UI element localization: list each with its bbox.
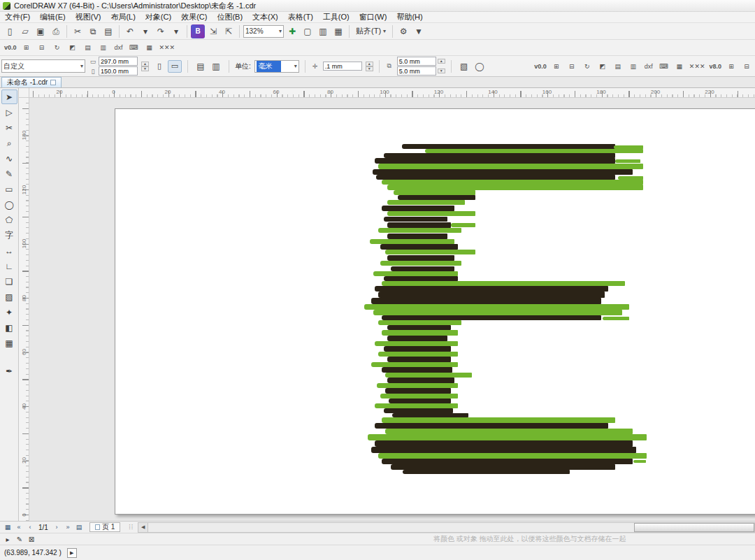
menu-tools[interactable]: 工具(O) [318, 11, 354, 23]
duplicate-y-field[interactable]: 5.0 mm [397, 66, 436, 76]
smart-fill-tool[interactable]: ▦ [1, 336, 17, 350]
artwork-stripe[interactable] [394, 190, 475, 195]
polygon-tool[interactable]: ⬠ [1, 213, 17, 227]
swatch-grid-icon[interactable]: ▥ [96, 41, 110, 55]
artwork-stripe[interactable] [387, 234, 447, 239]
artwork-stripe[interactable] [385, 388, 451, 394]
pb-xxx-icon[interactable]: ✕✕✕ [688, 59, 707, 73]
pb-dxf-icon[interactable]: dxf [642, 59, 656, 73]
zoom-level-combo[interactable]: 132% ▾ [243, 25, 284, 38]
artwork-stripe[interactable] [384, 276, 458, 281]
artwork-stripe[interactable] [402, 144, 615, 149]
artwork-stripe[interactable] [391, 464, 615, 470]
first-page-button[interactable]: « [14, 523, 24, 532]
pb-rgb-icon[interactable]: ▤ [611, 59, 625, 73]
menu-help[interactable]: 帮助(H) [391, 11, 427, 23]
add-page-button[interactable]: ▤ [74, 523, 84, 532]
artwork-stripe[interactable] [370, 239, 454, 244]
align-icon[interactable]: ⊟ [35, 41, 49, 55]
page-width-field[interactable]: 297.0 mm [99, 57, 138, 66]
version-badge[interactable]: v0.0 [3, 41, 18, 55]
artwork-stripe[interactable] [378, 320, 461, 325]
redo-dropdown-icon[interactable]: ▾ [169, 24, 183, 38]
artwork-stripe[interactable] [364, 304, 629, 310]
menu-table[interactable]: 表格(T) [283, 11, 318, 23]
transform-icon[interactable]: ↻ [50, 41, 64, 55]
artwork-stripe[interactable] [391, 266, 454, 271]
texture-icon[interactable]: ▦ [143, 41, 157, 55]
vertical-ruler[interactable]: 140120100806040200 [19, 98, 29, 521]
snap-objects-icon[interactable]: ⊞ [20, 41, 34, 55]
artwork-stripe[interactable] [385, 373, 472, 378]
view-rulers-button[interactable]: ▥ [316, 24, 330, 38]
pb-snap-icon[interactable]: ⊞ [549, 59, 563, 73]
all-pages-button[interactable]: ▤ [194, 59, 208, 73]
landscape-button[interactable]: ▭ [168, 60, 182, 73]
artwork-stripe[interactable] [382, 206, 454, 211]
next-page-button[interactable]: › [52, 523, 62, 532]
striped-letter-e-artwork[interactable] [29, 98, 755, 521]
spin-up-button[interactable]: ▲ [366, 62, 373, 66]
last-page-button[interactable]: » [63, 523, 73, 532]
freehand-tool[interactable]: ∿ [1, 151, 17, 166]
artwork-stripe[interactable] [633, 460, 646, 463]
spin-down-button[interactable]: ▼ [438, 69, 445, 73]
search-content-button[interactable]: B [191, 24, 205, 38]
outline-pen-tool[interactable]: ✒ [1, 364, 17, 378]
print-button[interactable]: ⎙ [49, 24, 63, 38]
export-button[interactable]: ⇱ [222, 24, 236, 38]
artwork-stripe[interactable] [387, 325, 451, 330]
menu-layout[interactable]: 布局(L) [106, 11, 140, 23]
cut-button[interactable]: ✂ [71, 24, 85, 38]
artwork-stripe[interactable] [615, 159, 640, 163]
xxx-icon[interactable]: ✕✕✕ [158, 41, 177, 55]
artwork-stripe[interactable] [375, 341, 458, 346]
artwork-stripe[interactable] [387, 185, 643, 190]
pb-align2-icon[interactable]: ⊟ [740, 59, 754, 73]
page-height-field[interactable]: 150.0 mm [99, 66, 138, 76]
fullscreen-preview-button[interactable]: ▢ [301, 24, 315, 38]
artwork-stripe[interactable] [375, 286, 608, 292]
nudge-field[interactable]: .1 mm [323, 62, 362, 71]
ruler-origin-corner[interactable] [19, 88, 29, 98]
view-grid-button[interactable]: ▦ [331, 24, 345, 38]
artwork-stripe[interactable] [387, 357, 451, 362]
outline-status-icon[interactable]: ✎ [15, 534, 24, 544]
artwork-stripe[interactable] [603, 317, 629, 320]
application-launcher-button[interactable]: ▼ [412, 24, 426, 38]
artwork-stripe[interactable] [451, 223, 475, 227]
menu-bitmaps[interactable]: 位图(B) [212, 11, 247, 23]
artwork-stripe[interactable] [398, 195, 475, 200]
pb-version-badge[interactable]: v0.0 [533, 59, 548, 73]
artwork-stripe[interactable] [378, 292, 605, 298]
artwork-stripe[interactable] [368, 434, 647, 440]
paste-button[interactable]: ▤ [101, 24, 115, 38]
status-expand-button[interactable]: ▶ [67, 548, 77, 558]
outline-circle-button[interactable]: ◯ [473, 59, 487, 73]
artwork-stripe[interactable] [380, 244, 458, 250]
page-sorter-button[interactable]: ▦ [3, 523, 13, 532]
import-button[interactable]: ⇲ [206, 24, 220, 38]
artistic-media-tool[interactable]: ✎ [1, 166, 17, 181]
dxf-icon[interactable]: dxf [112, 41, 126, 55]
pb-keyboard-icon[interactable]: ⌨ [657, 59, 671, 73]
artwork-stripe[interactable] [375, 403, 458, 408]
spin-down-button[interactable]: ▼ [141, 66, 149, 71]
artwork-stripe[interactable] [380, 394, 458, 399]
transparency-tool[interactable]: ▨ [1, 289, 17, 304]
spin-up-button[interactable]: ▲ [438, 59, 445, 64]
artwork-stripe[interactable] [371, 298, 601, 304]
undo-button[interactable]: ↶ [123, 24, 137, 38]
menu-view[interactable]: 视图(V) [71, 11, 106, 23]
menu-window[interactable]: 窗口(W) [354, 11, 392, 23]
open-button[interactable]: ▱ [18, 24, 32, 38]
pb-version2-badge[interactable]: v8.0 [707, 59, 723, 73]
zoom-add-button[interactable]: ✚ [285, 24, 299, 38]
eyedropper-tool[interactable]: ✦ [1, 305, 17, 320]
artwork-stripe[interactable] [403, 470, 570, 474]
crop-tool[interactable]: ✂ [1, 120, 17, 135]
ellipse-tool[interactable]: ◯ [1, 197, 17, 212]
current-page-button[interactable]: ▥ [209, 59, 223, 73]
spin-down-button[interactable]: ▼ [366, 66, 373, 71]
artwork-stripe[interactable] [385, 250, 475, 254]
